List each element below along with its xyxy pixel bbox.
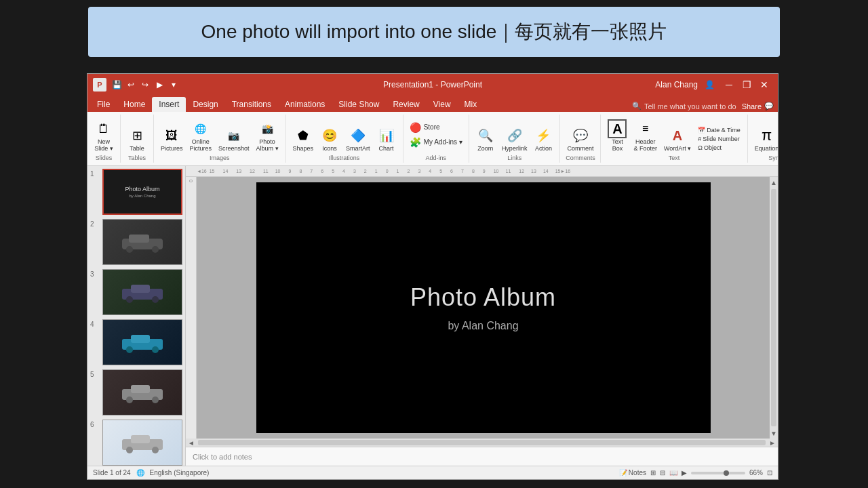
slideshow-view-button[interactable]: ▶ [682, 469, 687, 476]
slide-thumb-2[interactable] [102, 219, 182, 265]
tab-slideshow[interactable]: Slide Show [332, 97, 386, 112]
my-addins-button[interactable]: 🧩 My Add-ins ▾ [408, 136, 465, 148]
title-bar-right: Alan Chang 👤 ─ ❐ ✕ [655, 79, 772, 91]
minimize-button[interactable]: ─ [721, 79, 737, 91]
ruler-body: 9876543210123456789 Photo Album by Alan … [186, 177, 778, 439]
textbox-icon: A [608, 119, 627, 138]
slide-item-6[interactable]: 6 [90, 420, 182, 466]
zoom-button[interactable]: 🔍 Zoom [473, 125, 498, 153]
slide-canvas-area[interactable]: Photo Album by Alan Chang [197, 177, 770, 439]
wordart-icon: A [668, 126, 687, 145]
ribbon-group-illustrations: ⬟ Shapes 😊 Icons 🔷 SmartArt 📊 Chart Illu… [286, 115, 403, 163]
slide-item-1[interactable]: 1 Photo Album by Alan Chang [90, 169, 182, 215]
my-addins-label: My Add-ins ▾ [424, 138, 462, 146]
reading-view-button[interactable]: 📖 [669, 469, 677, 476]
customize-qat[interactable]: ▾ [167, 79, 180, 91]
notes-label: Notes [629, 469, 646, 476]
close-button[interactable]: ✕ [756, 79, 772, 91]
share-button[interactable]: Share [742, 102, 762, 110]
text-group-label: Text [669, 155, 680, 161]
vertical-scrollbar[interactable]: ▲ ▼ [770, 177, 778, 439]
zoom-slider[interactable] [691, 472, 745, 474]
images-group-label: Images [210, 155, 230, 161]
date-time-icon: 📅 [698, 127, 705, 134]
tab-home[interactable]: Home [117, 97, 152, 112]
screenshot-button[interactable]: 📷 Screenshot [216, 125, 252, 153]
screenshot-icon: 📷 [224, 126, 243, 145]
header-footer-button[interactable]: ≡ Header& Footer [631, 118, 660, 153]
photo-album-icon: 📸 [258, 119, 277, 138]
smartart-button[interactable]: 🔷 SmartArt [343, 125, 373, 153]
slide-main-title: Photo Album [410, 283, 556, 312]
save-button[interactable]: 💾 [111, 79, 123, 91]
scroll-right-button[interactable]: ► [767, 439, 778, 447]
fit-slide-button[interactable]: ⊡ [767, 469, 772, 476]
ribbon-group-links: 🔍 Zoom 🔗 Hyperlink ⚡ Action Links [469, 115, 561, 163]
slide-thumb-5[interactable] [102, 369, 182, 415]
slide-thumb-6[interactable] [102, 420, 182, 466]
shapes-button[interactable]: ⬟ Shapes [290, 125, 317, 153]
store-button[interactable]: 🔴 Store [408, 121, 442, 134]
slide-item-4[interactable]: 4 [90, 319, 182, 365]
svg-point-11 [152, 346, 159, 353]
tab-animations[interactable]: Animations [278, 97, 332, 112]
equation-button[interactable]: π Equation [752, 125, 778, 153]
online-pictures-icon: 🌐 [191, 119, 210, 138]
slides-group-items: 🗒 NewSlide ▾ [92, 116, 116, 153]
pictures-button[interactable]: 🖼 Pictures [158, 125, 186, 153]
object-button[interactable]: Ω Object [696, 144, 742, 152]
slide-item-2[interactable]: 2 [90, 219, 182, 265]
links-group-label: Links [507, 155, 521, 161]
tab-design[interactable]: Design [186, 97, 224, 112]
comment-button[interactable]: 💬 Comment [564, 125, 596, 153]
user-name: Alan Chang [655, 80, 698, 89]
notes-toggle-button[interactable]: 📝 Notes [619, 469, 646, 476]
notes-area[interactable]: Click to add notes [186, 447, 778, 466]
hyperlink-button[interactable]: 🔗 Hyperlink [499, 125, 530, 153]
table-button[interactable]: ⊞ Table [125, 125, 149, 153]
slide-item-3[interactable]: 3 [90, 269, 182, 315]
ribbon-group-tables: ⊞ Table Tables [121, 115, 154, 163]
redo-button[interactable]: ↪ [139, 79, 151, 91]
scroll-left-button[interactable]: ◄ [186, 439, 197, 447]
new-slide-button[interactable]: 🗒 NewSlide ▾ [92, 118, 116, 153]
tab-mix[interactable]: Mix [458, 97, 484, 112]
slide-number-4: 4 [90, 319, 100, 328]
slide-sorter-button[interactable]: ⊟ [660, 469, 665, 476]
language-label: English (Singapore) [150, 469, 210, 476]
horizontal-scroll-track[interactable] [198, 440, 766, 445]
slide-item-5[interactable]: 5 [90, 369, 182, 415]
undo-button[interactable]: ↩ [125, 79, 137, 91]
textbox-button[interactable]: A TextBox [605, 118, 629, 153]
tab-review[interactable]: Review [386, 97, 426, 112]
icons-button[interactable]: 😊 Icons [317, 125, 342, 153]
online-pictures-button[interactable]: 🌐 OnlinePictures [187, 118, 215, 153]
user-avatar[interactable]: 👤 [703, 79, 715, 91]
slide-thumb-1[interactable]: Photo Album by Alan Chang [102, 169, 182, 215]
object-label: Object [704, 144, 722, 151]
search-icon: 🔍 [632, 102, 642, 110]
zoom-icon: 🔍 [476, 126, 495, 145]
header-footer-icon: ≡ [636, 119, 655, 138]
tab-transitions[interactable]: Transitions [225, 97, 278, 112]
slide-panel[interactable]: 1 Photo Album by Alan Chang 2 [87, 166, 186, 466]
ribbon-group-images: 🖼 Pictures 🌐 OnlinePictures 📷 Screenshot… [154, 115, 286, 163]
zoom-label: Zoom [477, 145, 493, 152]
tab-insert[interactable]: Insert [152, 97, 186, 112]
chart-button[interactable]: 📊 Chart [374, 125, 399, 153]
normal-view-button[interactable]: ⊞ [650, 469, 656, 476]
wordart-button[interactable]: A WordArt ▾ [661, 125, 694, 153]
slide-number-button[interactable]: # Slide Number [696, 135, 742, 143]
online-pictures-label: OnlinePictures [190, 138, 212, 152]
action-button[interactable]: ⚡ Action [531, 125, 555, 153]
slide-thumb-4[interactable] [102, 319, 182, 365]
comments-button[interactable]: 💬 [764, 102, 774, 110]
date-time-button[interactable]: 📅 Date & Time [696, 126, 742, 134]
tab-view[interactable]: View [427, 97, 458, 112]
restore-button[interactable]: ❐ [738, 79, 755, 91]
photo-album-button[interactable]: 📸 PhotoAlbum ▾ [254, 118, 281, 153]
tab-file[interactable]: File [90, 97, 117, 112]
zoom-slider-thumb[interactable] [724, 470, 729, 476]
slide-thumb-3[interactable] [102, 269, 182, 315]
present-button[interactable]: ▶ [153, 79, 165, 91]
